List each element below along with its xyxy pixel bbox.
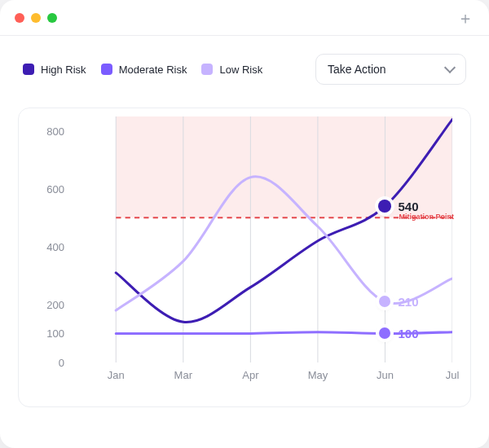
x-tick: Jun: [377, 369, 394, 381]
legend-item-high: High Risk: [23, 64, 86, 76]
plot-area: Mitigation Point 540 210 100: [82, 116, 452, 362]
swatch-icon: [101, 64, 112, 75]
chart-card: 0100200400600800 Mitigation Point 540 21…: [18, 108, 471, 407]
mitigation-label: Mitigation Point: [399, 213, 455, 222]
x-tick: Jul: [446, 369, 460, 381]
legend-item-moderate: Moderate Risk: [101, 64, 187, 76]
take-action-dropdown[interactable]: Take Action: [315, 54, 466, 85]
add-button[interactable]: ＋: [456, 9, 474, 27]
marker-label-low: 210: [398, 295, 418, 309]
y-tick: 800: [46, 125, 64, 137]
y-axis: 0100200400600800: [19, 116, 76, 362]
marker-label-moderate: 100: [398, 327, 418, 340]
legend: High Risk Moderate Risk Low Risk: [23, 64, 262, 76]
titlebar: ＋: [0, 0, 489, 36]
x-tick: Mar: [174, 369, 192, 381]
marker-high: [378, 200, 391, 213]
close-icon[interactable]: [15, 13, 24, 23]
marker-moderate: [379, 327, 390, 339]
app-window: ＋ High Risk Moderate Risk Low Risk Take …: [0, 0, 489, 448]
legend-item-low: Low Risk: [201, 64, 262, 76]
traffic-lights: [15, 13, 57, 23]
x-tick: Jan: [108, 369, 125, 381]
y-tick: 400: [46, 240, 64, 253]
zoom-icon[interactable]: [47, 13, 57, 23]
swatch-icon: [23, 64, 34, 75]
x-tick: Apr: [242, 369, 258, 381]
dropdown-selected: Take Action: [328, 63, 386, 76]
legend-label: High Risk: [41, 64, 86, 76]
y-tick: 600: [46, 182, 64, 195]
minimize-icon[interactable]: [31, 13, 41, 23]
chart-svg: [82, 116, 452, 362]
plus-icon: ＋: [457, 10, 474, 26]
x-tick: May: [308, 369, 328, 381]
legend-label: Low Risk: [219, 64, 262, 76]
x-axis: JanMarAprMayJunJul: [82, 369, 452, 389]
y-tick: 100: [46, 327, 64, 340]
marker-label-high: 540: [398, 200, 418, 213]
marker-low: [379, 296, 390, 307]
chevron-down-icon: [444, 62, 456, 73]
y-tick: 0: [59, 357, 64, 369]
y-tick: 200: [46, 298, 64, 310]
legend-label: Moderate Risk: [119, 64, 187, 76]
swatch-icon: [201, 64, 213, 75]
controls-row: High Risk Moderate Risk Low Risk Take Ac…: [0, 36, 489, 85]
